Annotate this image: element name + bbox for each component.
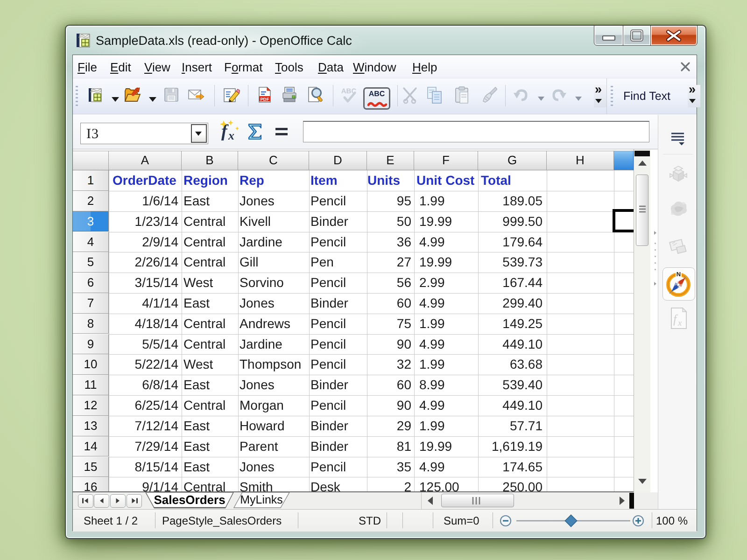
svg-text:SalesOrders: SalesOrders [154,493,225,507]
svg-text:PDF: PDF [261,97,269,102]
svg-text:N: N [677,271,681,278]
svg-text:x: x [677,318,682,328]
svg-text:x: x [228,129,234,142]
svg-text:MyLinks: MyLinks [240,493,283,506]
